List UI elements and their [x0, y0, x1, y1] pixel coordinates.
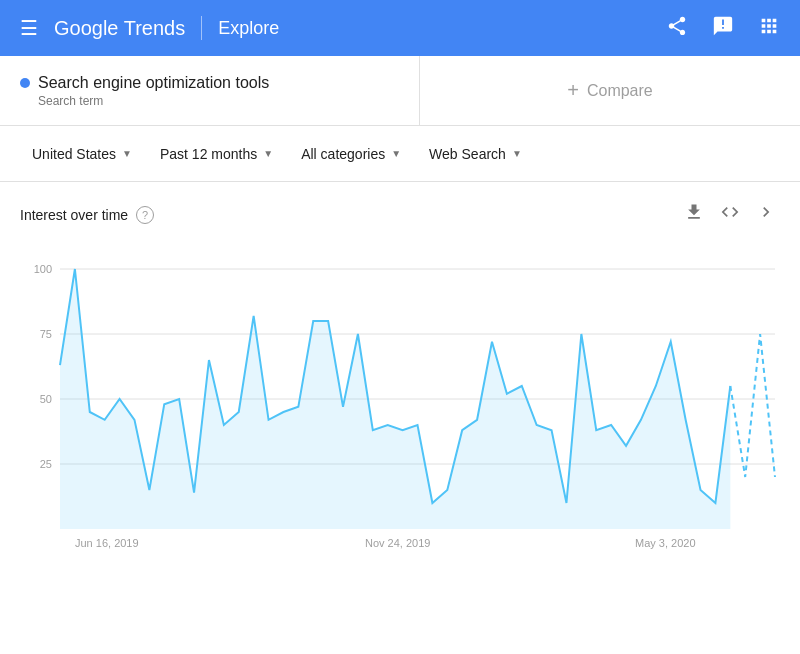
region-filter[interactable]: United States ▼ — [20, 138, 144, 170]
chart-actions — [680, 198, 780, 231]
time-range-filter[interactable]: Past 12 months ▼ — [148, 138, 285, 170]
embed-code-icon[interactable] — [716, 198, 744, 231]
chart-section: Interest over time ? 100 75 50 — [0, 182, 800, 569]
category-label: All categories — [301, 146, 385, 162]
time-range-dropdown-arrow: ▼ — [263, 148, 273, 159]
category-dropdown-arrow: ▼ — [391, 148, 401, 159]
y-label-50: 50 — [40, 393, 52, 405]
search-term-label: Search term — [20, 94, 399, 108]
menu-icon[interactable]: ☰ — [12, 8, 46, 48]
x-label-nov: Nov 24, 2019 — [365, 537, 430, 549]
y-label-75: 75 — [40, 328, 52, 340]
app-logo: Google Trends — [54, 17, 185, 40]
download-icon[interactable] — [680, 198, 708, 231]
chart-title-group: Interest over time ? — [20, 206, 154, 224]
compare-plus-icon: + — [567, 79, 579, 102]
more-options-icon[interactable] — [752, 198, 780, 231]
category-filter[interactable]: All categories ▼ — [289, 138, 413, 170]
y-label-25: 25 — [40, 458, 52, 470]
trend-line-dashed — [730, 334, 775, 477]
search-type-dropdown-arrow: ▼ — [512, 148, 522, 159]
search-type-label: Web Search — [429, 146, 506, 162]
header-divider — [201, 16, 202, 40]
search-type-filter[interactable]: Web Search ▼ — [417, 138, 534, 170]
share-icon[interactable] — [658, 7, 696, 50]
chart-header: Interest over time ? — [20, 198, 780, 231]
search-dot — [20, 78, 30, 88]
region-label: United States — [32, 146, 116, 162]
chart-container: 100 75 50 25 Jun 16, 2019 Nov 24, 2019 M… — [20, 239, 780, 569]
search-bar: Search engine optimization tools Search … — [0, 56, 800, 126]
search-term-box[interactable]: Search engine optimization tools Search … — [0, 56, 420, 125]
y-label-100: 100 — [34, 263, 52, 275]
x-label-may: May 3, 2020 — [635, 537, 696, 549]
trend-chart: 100 75 50 25 Jun 16, 2019 Nov 24, 2019 M… — [20, 239, 780, 569]
compare-box[interactable]: + Compare — [420, 56, 800, 125]
apps-icon[interactable] — [750, 7, 788, 50]
search-term-title: Search engine optimization tools — [20, 74, 399, 92]
chart-title-text: Interest over time — [20, 207, 128, 223]
logo-text: Google Trends — [54, 17, 185, 40]
search-term-text: Search engine optimization tools — [38, 74, 269, 92]
app-header: ☰ Google Trends Explore — [0, 0, 800, 56]
compare-label: Compare — [587, 82, 653, 100]
time-range-label: Past 12 months — [160, 146, 257, 162]
region-dropdown-arrow: ▼ — [122, 148, 132, 159]
x-label-jun: Jun 16, 2019 — [75, 537, 139, 549]
filters-bar: United States ▼ Past 12 months ▼ All cat… — [0, 126, 800, 182]
feedback-icon[interactable] — [704, 7, 742, 50]
help-icon[interactable]: ? — [136, 206, 154, 224]
explore-label: Explore — [218, 18, 279, 39]
